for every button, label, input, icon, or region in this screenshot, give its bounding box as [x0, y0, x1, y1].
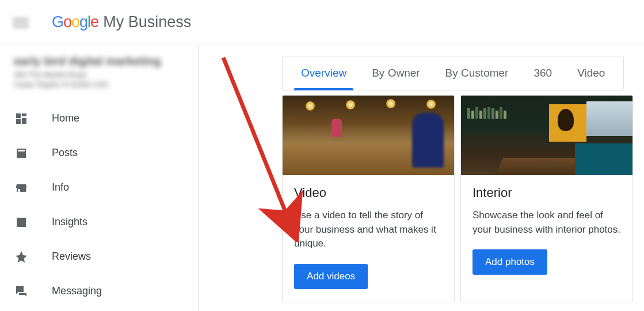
sidebar-label: Posts: [52, 147, 78, 159]
add-videos-button[interactable]: Add videos: [294, 264, 368, 289]
tab-by-owner[interactable]: By Owner: [359, 56, 432, 90]
sidebar-item-insights[interactable]: Insights: [0, 205, 198, 240]
hamburger-menu-icon[interactable]: [13, 16, 29, 28]
sidebar-label: Info: [52, 181, 69, 194]
video-card: Video Use a video to tell the story of y…: [282, 95, 455, 302]
sidebar-item-reviews[interactable]: Reviews: [0, 240, 198, 274]
tab-360[interactable]: 360: [521, 56, 565, 90]
sidebar-item-home[interactable]: Home: [0, 101, 198, 136]
sidebar-label: Messaging: [52, 285, 102, 297]
dashboard-icon: [14, 111, 29, 126]
app-header: Google My Business: [0, 0, 644, 44]
sidebar-label: Reviews: [52, 251, 91, 263]
sidebar: early bird digital marketing 300 The Mar…: [0, 44, 199, 311]
app-logo: Google My Business: [52, 13, 191, 31]
storefront-icon: [14, 180, 29, 195]
business-address-2: Cedar Rapids IA 52402 USA: [14, 80, 184, 90]
posts-icon: [14, 146, 29, 161]
sidebar-item-posts[interactable]: Posts: [0, 136, 198, 170]
svg-line-0: [223, 58, 289, 222]
video-card-title: Video: [294, 185, 443, 200]
product-name: My Business: [103, 13, 191, 31]
interior-card-title: Interior: [472, 185, 621, 200]
sidebar-item-messaging[interactable]: Messaging: [0, 274, 198, 309]
video-card-thumbnail: [283, 96, 454, 175]
tab-video[interactable]: Video: [565, 56, 618, 90]
photos-tab-bar: Overview By Owner By Customer 360 Video: [282, 56, 624, 90]
business-info: early bird digital marketing 300 The Mar…: [0, 55, 198, 101]
tab-overview[interactable]: Overview: [288, 56, 359, 90]
add-photos-button[interactable]: Add photos: [472, 249, 547, 275]
interior-card-description: Showcase the look and feel of your busin…: [472, 208, 621, 237]
sidebar-label: Home: [52, 112, 79, 124]
tab-by-customer[interactable]: By Customer: [433, 56, 521, 90]
chat-icon: [14, 284, 29, 299]
interior-card: Interior Showcase the look and feel of y…: [460, 95, 633, 302]
star-icon: [14, 249, 29, 264]
video-card-description: Use a video to tell the story of your bu…: [294, 208, 443, 251]
business-name: early bird digital marketing: [14, 55, 184, 68]
sidebar-label: Insights: [52, 216, 87, 228]
interior-card-thumbnail: [461, 96, 632, 175]
business-address-1: 300 The Market Road: [14, 70, 184, 80]
sidebar-item-info[interactable]: Info: [0, 170, 198, 205]
main-content: Overview By Owner By Customer 360 Video …: [199, 44, 644, 311]
bar-chart-icon: [14, 215, 29, 230]
google-logo-text: Google: [52, 13, 98, 31]
